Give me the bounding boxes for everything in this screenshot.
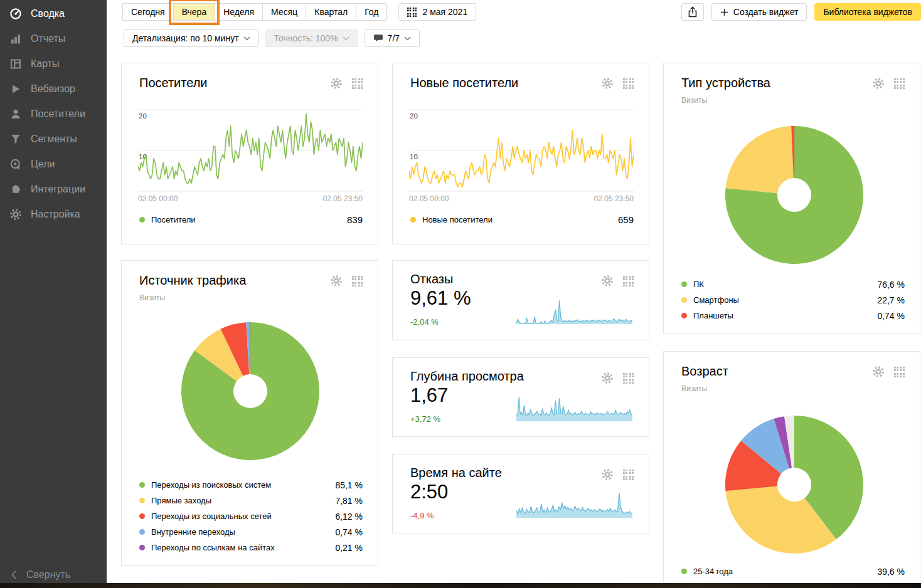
date-picker-button[interactable]: 2 мая 2021 <box>398 3 476 21</box>
legend-item[interactable]: Новые посетители 659 <box>410 212 634 228</box>
legend-dot <box>410 217 416 223</box>
sidebar-item-label: Карты <box>31 58 60 70</box>
legend-item[interactable]: Посетители 839 <box>139 212 363 228</box>
sidebar-item-reports[interactable]: Отчеты <box>0 26 107 51</box>
legend-value: 39,6 % <box>877 567 905 577</box>
widget-title: Отказы <box>410 272 453 286</box>
legend-item[interactable]: Переходы из поисковых систем 85,1 % <box>139 477 363 493</box>
bounces-sparkline <box>516 296 632 325</box>
legend-dot <box>139 498 145 503</box>
period-tab-label: Сегодня <box>131 7 165 17</box>
widget-settings-gear-icon[interactable] <box>601 275 614 287</box>
plus-icon <box>720 8 728 16</box>
chevron-down-icon <box>243 36 250 41</box>
widget-title: Глубина просмотра <box>410 369 524 384</box>
period-tab-year[interactable]: Год <box>356 3 387 21</box>
legend-dot <box>139 545 145 550</box>
legend-value: 0,21 % <box>335 543 363 553</box>
widget-drag-handle-icon[interactable] <box>894 367 905 377</box>
comment-bubble-icon <box>373 34 383 43</box>
legend-item[interactable]: Внутренние переходы 0,74 % <box>139 524 363 540</box>
legend-value: 659 <box>618 214 634 225</box>
legend-dot <box>139 482 145 488</box>
sidebar-item-label: Посетители <box>31 108 85 120</box>
sidebar-item-label: Цели <box>31 159 55 170</box>
widget-drag-handle-icon[interactable] <box>623 78 634 89</box>
new-visitors-line-chart: 2010 <box>409 109 634 192</box>
sidebar-nav: Сводка Отчеты Карты <box>0 0 107 227</box>
period-tab-today[interactable]: Сегодня <box>122 3 174 21</box>
widget-title: Тип устройства <box>681 76 770 90</box>
visitors-line-chart: 2010 <box>138 109 363 192</box>
period-tab-yesterday[interactable]: Вчера <box>173 3 216 21</box>
age-legend: 25-34 года 39,6 % <box>681 564 905 579</box>
sidebar-collapse-label: Свернуть <box>26 569 70 580</box>
widget-settings-gear-icon[interactable] <box>330 77 343 90</box>
sidebar-item-webvisor[interactable]: Вебвизор <box>0 76 107 102</box>
period-tab-month[interactable]: Месяц <box>262 3 306 21</box>
puzzle-icon <box>9 182 23 196</box>
granularity-label: Детализация: по 10 минут <box>132 33 239 43</box>
widget-drag-handle-icon[interactable] <box>623 470 634 480</box>
accuracy-dropdown[interactable]: Точность: 100% <box>265 29 358 47</box>
play-icon <box>9 82 23 96</box>
widget-settings-gear-icon[interactable] <box>601 468 614 481</box>
legend-dot <box>681 281 687 287</box>
widget-subtitle: Визиты <box>681 384 707 393</box>
legend-dot <box>681 569 687 574</box>
widget-drag-handle-icon[interactable] <box>623 276 634 286</box>
period-tab-label: Вчера <box>182 7 207 17</box>
x-axis-end-label: 02.05 23:50 <box>594 194 634 203</box>
traffic-source-donut-chart <box>176 317 324 465</box>
legend-item[interactable]: Смартфоны 22,7 % <box>681 292 905 308</box>
widget-settings-gear-icon[interactable] <box>330 275 343 287</box>
comments-dropdown[interactable]: 7/7 <box>365 29 420 47</box>
legend-dot <box>681 297 687 303</box>
sidebar-item-summary[interactable]: Сводка <box>0 1 107 26</box>
create-widget-button[interactable]: Создать виджет <box>711 3 807 21</box>
sidebar-collapse-button[interactable]: Свернуть <box>11 569 70 580</box>
kpi-delta: +3,72 % <box>410 414 440 424</box>
legend-item[interactable]: 25-34 года 39,6 % <box>681 564 905 579</box>
widget-title: Источник трафика <box>139 273 246 288</box>
options-toolbar: Детализация: по 10 минут Точность: 100% … <box>124 29 420 47</box>
widget-new-visitors: Новые посетители 2010 02.05 00:00 02.05 … <box>392 63 649 244</box>
widget-settings-gear-icon[interactable] <box>872 77 885 90</box>
sidebar-item-label: Сегменты <box>31 134 77 145</box>
legend-label: Переходы из социальных сетей <box>151 512 272 521</box>
legend-label: Смартфоны <box>693 295 739 305</box>
legend-item[interactable]: Планшеты 0,74 % <box>681 308 905 323</box>
widget-title: Посетители <box>139 76 208 90</box>
legend-value: 0,74 % <box>335 527 363 537</box>
device-type-donut-chart <box>720 121 868 269</box>
legend-item[interactable]: Прямые заходы 7,81 % <box>139 493 363 508</box>
sidebar-item-settings[interactable]: Настройка <box>0 202 107 227</box>
export-button[interactable] <box>681 3 704 21</box>
widget-drag-handle-icon[interactable] <box>623 373 634 384</box>
sidebar-item-label: Сводка <box>31 8 65 19</box>
sidebar-item-maps[interactable]: Карты <box>0 51 107 76</box>
widget-library-button[interactable]: Библиотека виджетов <box>814 3 921 21</box>
gear-icon <box>9 207 23 221</box>
traffic-source-legend: Переходы из поисковых систем 85,1 % Прям… <box>139 477 363 555</box>
granularity-dropdown[interactable]: Детализация: по 10 минут <box>124 29 259 47</box>
sidebar-item-integrations[interactable]: Интеграции <box>0 177 107 202</box>
widget-drag-handle-icon[interactable] <box>352 276 363 286</box>
widget-drag-handle-icon[interactable] <box>894 78 905 89</box>
sidebar-item-segments[interactable]: Сегменты <box>0 127 107 152</box>
widget-settings-gear-icon[interactable] <box>601 372 614 384</box>
sidebar-item-goals[interactable]: Цели <box>0 152 107 177</box>
calendar-grid-icon <box>407 8 417 17</box>
legend-item[interactable]: Переходы из социальных сетей 6,12 % <box>139 508 363 524</box>
legend-item[interactable]: ПК 76,6 % <box>681 276 905 292</box>
widget-settings-gear-icon[interactable] <box>601 77 614 90</box>
period-tab-week[interactable]: Неделя <box>215 3 263 21</box>
period-tab-quarter[interactable]: Квартал <box>306 3 356 21</box>
sidebar-item-visitors[interactable]: Посетители <box>0 102 107 127</box>
legend-value: 0,74 % <box>877 311 905 321</box>
widget-settings-gear-icon[interactable] <box>872 365 885 378</box>
page-depth-sparkline <box>516 393 632 422</box>
widget-drag-handle-icon[interactable] <box>352 78 363 89</box>
legend-dot <box>681 313 687 318</box>
legend-item[interactable]: Переходы по ссылкам на сайтах 0,21 % <box>139 540 363 555</box>
